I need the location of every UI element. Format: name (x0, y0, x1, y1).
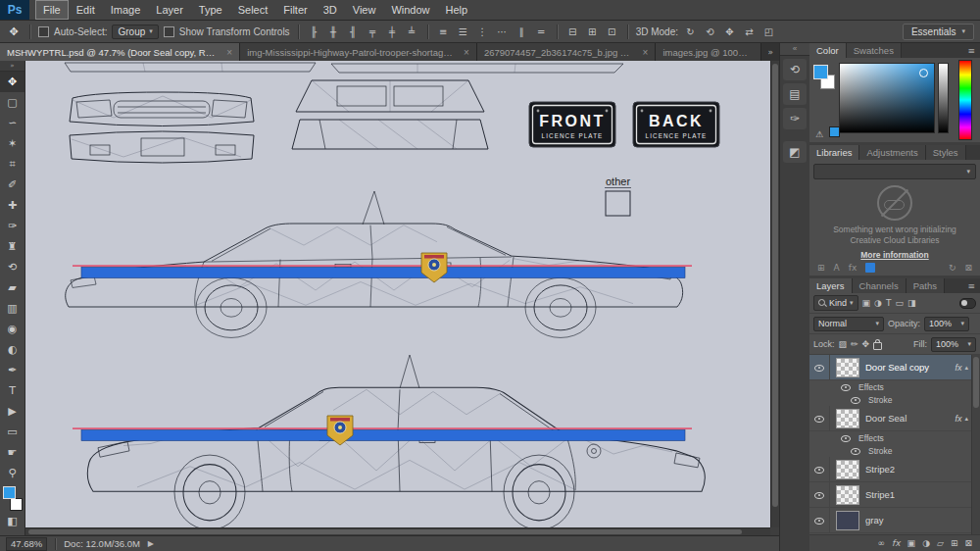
brush-tool-icon[interactable]: ✑ (0, 216, 24, 236)
sync-icon[interactable]: ↻ (949, 263, 956, 273)
delete-layer-icon[interactable]: ⊠ (964, 538, 972, 548)
tab-swatches[interactable]: Swatches (847, 43, 902, 58)
3d-roll-icon[interactable]: ⟲ (703, 26, 717, 37)
filter-smart-objects-icon[interactable]: ◨ (907, 298, 916, 308)
layer-row-stripe2[interactable]: Stripe2 (809, 457, 980, 482)
menu-edit[interactable]: Edit (69, 0, 103, 20)
blur-tool-icon[interactable]: ◉ (0, 319, 24, 339)
background-color-swatch[interactable] (10, 498, 23, 511)
gamut-swatch[interactable] (829, 126, 840, 137)
tab-paths[interactable]: Paths (906, 278, 945, 293)
lock-all-icon[interactable] (873, 342, 882, 350)
horizontal-scrollbar-thumb[interactable] (28, 529, 742, 534)
obar-extra-icon-3[interactable]: ⊡ (605, 26, 619, 37)
filter-shape-layers-icon[interactable]: ▭ (895, 298, 904, 308)
saturation-brightness-field[interactable] (839, 63, 935, 133)
link-layers-icon[interactable]: ∞ (878, 538, 886, 548)
zoom-tool-icon[interactable]: ⚲ (0, 463, 24, 483)
more-information-link[interactable]: More information (809, 250, 980, 260)
distribute-bottom-icon[interactable]: ⋮ (475, 26, 490, 37)
new-adjustment-layer-icon[interactable]: ◑ (922, 538, 930, 548)
menu-layer[interactable]: Layer (148, 0, 191, 20)
layers-scrollbar-thumb[interactable] (973, 357, 979, 408)
distribute-horizontal-centers-icon[interactable]: ∥ (514, 26, 529, 37)
new-layer-icon[interactable]: ⊞ (951, 538, 958, 548)
crop-tool-icon[interactable]: ⌗ (0, 154, 24, 175)
menu-select[interactable]: Select (230, 0, 276, 20)
foreground-color-swatch[interactable] (813, 65, 828, 79)
visibility-toggle[interactable] (809, 482, 830, 507)
layer-row-gray[interactable]: gray (809, 508, 980, 533)
menu-file[interactable]: File (35, 0, 69, 20)
align-left-edges-icon[interactable]: ╟ (307, 26, 321, 37)
hue-spectrum-slider[interactable] (958, 60, 972, 140)
gradient-tool-icon[interactable]: ▥ (0, 298, 24, 319)
collapse-effects-icon[interactable]: ▴ (964, 415, 968, 423)
layer-stroke-row[interactable]: Stroke (809, 444, 980, 457)
visibility-toggle[interactable] (849, 444, 862, 457)
eyedropper-tool-icon[interactable]: ✐ (0, 175, 24, 195)
layers-scrollbar[interactable] (971, 355, 980, 534)
auto-select-checkbox[interactable] (38, 26, 49, 37)
menu-3d[interactable]: 3D (316, 0, 345, 20)
layer-row-door-seal[interactable]: Door Seal fx ▴ (809, 406, 980, 431)
dodge-tool-icon[interactable]: ◐ (0, 339, 24, 360)
fill-select[interactable]: 100% ▾ (931, 337, 976, 352)
history-panel-icon[interactable]: ⟲ (783, 59, 807, 80)
layer-effects-row[interactable]: Effects (809, 431, 980, 444)
tab-adjustments[interactable]: Adjustments (859, 145, 925, 160)
layer-thumbnail[interactable] (836, 460, 859, 479)
distribute-right-icon[interactable]: = (534, 26, 549, 37)
layer-row-door-seal-copy[interactable]: Door Seal copy fx ▴ (809, 355, 980, 380)
dock-collapse-icon[interactable]: « (780, 43, 809, 56)
menu-type[interactable]: Type (191, 0, 230, 20)
document-tab[interactable]: 2679074457_2b36174c75_b.jpg @ 331% ... × (477, 43, 657, 61)
brushes-panel-icon[interactable]: ✑ (783, 108, 807, 129)
status-menu-arrow-icon[interactable]: ▶ (148, 539, 154, 548)
layer-thumbnail[interactable] (836, 358, 859, 377)
visibility-toggle[interactable] (839, 380, 853, 393)
clone-stamp-tool-icon[interactable]: ♜ (0, 236, 24, 257)
close-tab-icon[interactable]: × (643, 47, 649, 58)
align-top-edges-icon[interactable]: ╤ (366, 26, 380, 37)
layer-thumbnail[interactable] (836, 485, 859, 505)
tab-styles[interactable]: Styles (926, 145, 966, 160)
visibility-toggle[interactable] (809, 406, 830, 430)
layer-filter-kind-select[interactable]: Kind ▾ (813, 295, 858, 311)
document-tab-active[interactable]: MSHWYPTRL.psd @ 47.7% (Door Seal copy, R… (0, 43, 240, 61)
add-layer-mask-icon[interactable]: ▣ (907, 538, 916, 548)
layer-thumbnail[interactable] (836, 409, 859, 428)
3d-rotate-icon[interactable]: ↻ (683, 26, 698, 37)
distribute-top-icon[interactable]: ≡ (436, 26, 451, 37)
eraser-tool-icon[interactable]: ▰ (0, 277, 24, 298)
foreground-color-swatch[interactable] (3, 486, 16, 499)
brightness-slider[interactable] (938, 63, 949, 133)
new-group-icon[interactable]: ▱ (937, 538, 944, 548)
lock-position-icon[interactable]: ✥ (862, 339, 870, 349)
layer-stroke-row[interactable]: Stroke (809, 393, 980, 406)
rectangular-marquee-tool-icon[interactable]: ▢ (0, 92, 24, 113)
show-transform-controls-checkbox[interactable] (164, 26, 174, 37)
menu-image[interactable]: Image (103, 0, 149, 20)
tab-layers[interactable]: Layers (809, 278, 853, 293)
menu-view[interactable]: View (345, 0, 384, 20)
tab-libraries[interactable]: Libraries (809, 145, 859, 160)
filter-adjustment-layers-icon[interactable]: ◑ (874, 298, 882, 308)
canvas-image[interactable]: FRONT LICENCE PLATE BACK LICENCE PLATE o… (25, 61, 770, 527)
visibility-toggle[interactable] (809, 508, 830, 532)
lock-image-pixels-icon[interactable]: ✏ (851, 339, 858, 349)
3d-scale-icon[interactable]: ◰ (761, 26, 776, 37)
tab-overflow-button[interactable]: » (761, 43, 779, 61)
add-character-style-icon[interactable]: A (834, 263, 840, 273)
opacity-select[interactable]: 100% ▾ (924, 317, 969, 331)
quick-mask-icon[interactable]: ◧ (0, 511, 24, 531)
document-tab[interactable]: images.jpg @ 100% (... (656, 43, 761, 61)
menu-help[interactable]: Help (438, 0, 476, 20)
spot-healing-brush-tool-icon[interactable]: ✚ (0, 195, 24, 216)
panel-menu-icon[interactable]: ≡ (962, 278, 980, 293)
filter-pixel-layers-icon[interactable]: ▣ (862, 298, 871, 308)
obar-extra-icon-2[interactable]: ⊞ (585, 26, 600, 37)
layer-filter-toggle[interactable] (959, 298, 976, 309)
library-select[interactable]: ▾ (813, 164, 976, 179)
visibility-toggle[interactable] (849, 393, 862, 406)
